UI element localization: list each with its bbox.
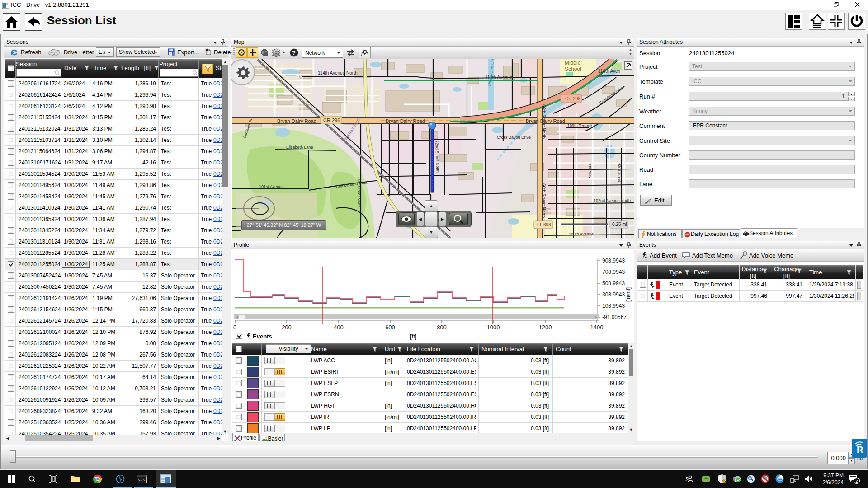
svg-text:400: 400 <box>334 324 344 331</box>
svg-text:Cross Bayou Drive: Cross Bayou Drive <box>497 135 531 140</box>
svg-text:Middle: Middle <box>565 60 581 66</box>
svg-text:2: 2 <box>856 479 858 483</box>
svg-text:708.9943: 708.9943 <box>602 269 625 275</box>
svg-text:114th Avenue North: 114th Avenue North <box>318 70 357 75</box>
svg-text:800: 800 <box>437 324 447 331</box>
svg-text:0: 0 <box>233 324 236 331</box>
svg-text:Bryan Dairy Road: Bryan Dairy Road <box>277 118 316 124</box>
svg-text:R: R <box>857 445 863 455</box>
svg-text:308.9943: 308.9943 <box>602 291 625 298</box>
svg-text:CR 296: CR 296 <box>565 96 580 101</box>
svg-text:108.9943: 108.9943 <box>602 303 625 309</box>
svg-text:C:\_: C:\_ <box>138 478 147 482</box>
svg-text:114th Aven: 114th Aven <box>598 69 620 74</box>
svg-text:66th Street North: 66th Street North <box>541 183 546 218</box>
svg-text:100th Avenue: 100th Avenue <box>569 232 594 236</box>
svg-text:62nd Street: 62nd Street <box>618 163 622 182</box>
svg-text:-91.00567: -91.00567 <box>602 314 627 320</box>
svg-text:1400: 1400 <box>590 324 604 331</box>
svg-text:600: 600 <box>385 324 395 331</box>
svg-text:908.9943: 908.9943 <box>602 258 625 264</box>
svg-text:508.9943: 508.9943 <box>602 280 625 286</box>
svg-text:66th Street North: 66th Street North <box>541 104 546 139</box>
svg-text:1200: 1200 <box>539 324 552 331</box>
svg-text:School: School <box>565 66 581 72</box>
svg-text:CR 296: CR 296 <box>323 117 340 123</box>
svg-text:75th Street North: 75th Street North <box>357 177 361 208</box>
svg-text:0.25 mi: 0.25 mi <box>612 222 627 227</box>
svg-text:101st Avenue: 101st Avenue <box>259 184 283 189</box>
svg-text:1000: 1000 <box>487 324 500 331</box>
svg-text:?: ? <box>292 49 296 56</box>
svg-text:200: 200 <box>282 324 292 331</box>
svg-text:109th Terrace: 109th Terrace <box>567 123 592 128</box>
svg-text:FL 693: FL 693 <box>537 222 551 227</box>
svg-text:102nd Avenue North: 102nd Avenue North <box>594 198 631 203</box>
svg-text:Bryan Dairy Road: Bryan Dairy Road <box>386 118 425 124</box>
svg-text:[in/mi]: [in/mi] <box>625 287 632 302</box>
svg-text:Elisabeth Lane: Elisabeth Lane <box>286 145 313 150</box>
svg-text:64th Way: 64th Way <box>588 163 592 178</box>
